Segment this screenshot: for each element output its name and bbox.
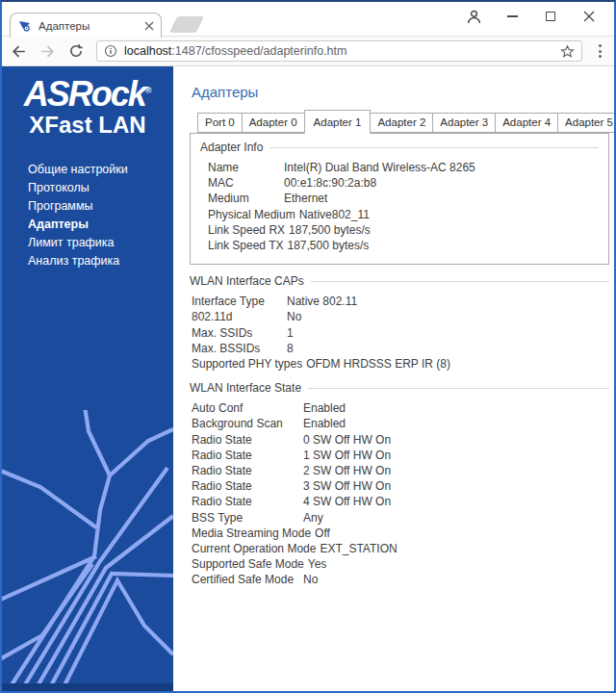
- maximize-button[interactable]: [531, 4, 570, 29]
- tab-close-icon[interactable]: [144, 21, 154, 31]
- wlan-state-legend: WLAN Interface State: [190, 381, 609, 395]
- info-row: Radio State1 SW Off HW On: [192, 448, 609, 463]
- row-value: 1 SW Off HW On: [303, 448, 391, 463]
- refresh-icon[interactable]: [68, 43, 84, 59]
- info-row: Supported PHY typesOFDM HRDSSS ERP IR (8…: [192, 356, 609, 372]
- wlan-caps-rows: Interface TypeNative 802.11802.11dNoMax.…: [192, 294, 609, 372]
- wlan-state-section: WLAN Interface State Auto ConfEnabledBac…: [190, 381, 609, 587]
- row-value: EXT_STATION: [320, 541, 397, 556]
- row-value: Enabled: [303, 416, 346, 431]
- tab-port-0[interactable]: Port 0: [197, 113, 243, 133]
- tab-adapter-1[interactable]: Adapter 1: [304, 110, 372, 134]
- info-row: Max. BSSIDs8: [192, 341, 609, 356]
- adapter-info-rows: NameIntel(R) Dual Band Wireless-AC 8265M…: [208, 160, 599, 253]
- row-value: Off: [315, 526, 330, 541]
- brand-product: XFast LAN: [2, 113, 173, 138]
- row-label: Supported PHY types: [192, 356, 302, 372]
- info-row: 802.11dNo: [192, 309, 609, 324]
- tab-adapter-5[interactable]: Adapter 5: [557, 113, 614, 133]
- row-value: 187,500 bytes/s: [289, 222, 371, 238]
- row-label: Radio State: [192, 448, 299, 463]
- asrock-logo: ASRock® XFast LAN: [2, 76, 173, 138]
- info-row: MAC00:e1:8c:90:2a:b8: [208, 175, 599, 191]
- row-value: Yes: [308, 556, 327, 572]
- page-info-icon[interactable]: [104, 44, 117, 58]
- info-row: BSS TypeAny: [192, 510, 609, 526]
- row-value: No: [287, 309, 301, 324]
- sidebar-item-traffic-limit[interactable]: Лимит трафика: [28, 234, 173, 252]
- row-label: Radio State: [192, 463, 299, 478]
- brand-reg-mark: ®: [145, 86, 152, 95]
- info-row: Radio State2 SW Off HW On: [192, 463, 609, 478]
- row-label: Link Speed RX: [208, 222, 285, 238]
- bookmark-star-icon[interactable]: [560, 44, 575, 59]
- adapter-info-panel: Adapter Info NameIntel(R) Dual Band Wire…: [190, 133, 609, 265]
- sidebar-item-traffic-analysis[interactable]: Анализ трафика: [28, 252, 173, 270]
- tab-adapter-2[interactable]: Adapter 2: [370, 113, 433, 133]
- row-value: 0 SW Off HW On: [303, 432, 391, 448]
- tab-adapter-0[interactable]: Adapter 0: [242, 113, 305, 133]
- sidebar: ASRock® XFast LAN Общие настройкиПротоко…: [2, 66, 173, 691]
- info-row: Link Speed TX187,500 bytes/s: [208, 238, 599, 253]
- forward-icon[interactable]: [39, 43, 56, 60]
- content-area: Адаптеры Port 0Adapter 0Adapter 1Adapter…: [173, 66, 614, 691]
- minimize-button[interactable]: [493, 4, 531, 29]
- browser-toolbar: localhost:1487/cfosspeed/adapterinfo.htm: [2, 37, 614, 66]
- info-row: Radio State0 SW Off HW On: [192, 432, 609, 448]
- back-icon[interactable]: [11, 43, 27, 60]
- sidebar-item-programs[interactable]: Программы: [28, 197, 173, 216]
- info-row: Link Speed RX187,500 bytes/s: [208, 222, 599, 238]
- circuit-deco-graphic: [2, 410, 173, 691]
- sidebar-item-general-settings[interactable]: Общие настройки: [28, 161, 173, 179]
- row-label: Physical Medium: [208, 207, 295, 222]
- row-label: BSS Type: [192, 510, 299, 526]
- tab-title: Адаптеры: [38, 20, 139, 32]
- row-value: No: [303, 572, 318, 587]
- row-label: Current Operation Mode: [192, 541, 316, 556]
- info-row: Media Streaming ModeOff: [192, 526, 609, 541]
- row-label: Media Streaming Mode: [192, 526, 311, 541]
- adapter-tabstrip: Port 0Adapter 0Adapter 1Adapter 2Adapter…: [190, 110, 609, 133]
- url-host: localhost: [124, 44, 171, 58]
- close-button[interactable]: [570, 4, 608, 29]
- profile-icon[interactable]: [454, 4, 493, 29]
- row-value: Any: [303, 510, 323, 526]
- row-label: Name: [208, 160, 280, 175]
- row-label: Certified Safe Mode: [192, 572, 299, 587]
- row-label: Max. SSIDs: [192, 325, 283, 341]
- info-row: Radio State4 SW Off HW On: [192, 494, 609, 509]
- url-text: localhost:1487/cfosspeed/adapterinfo.htm: [124, 44, 553, 58]
- brand-name: ASRock: [24, 74, 145, 114]
- window-controls: [454, 4, 608, 29]
- browser-menu-icon[interactable]: [595, 44, 605, 58]
- info-row: Supported Safe ModeYes: [192, 556, 609, 572]
- row-label: Interface Type: [192, 294, 283, 309]
- address-bar[interactable]: localhost:1487/cfosspeed/adapterinfo.htm: [96, 40, 582, 62]
- url-path: :1487/cfosspeed/adapterinfo.htm: [171, 44, 346, 58]
- page-title: Адаптеры: [192, 84, 609, 100]
- row-value: 00:e1:8c:90:2a:b8: [284, 175, 376, 191]
- info-row: Current Operation ModeEXT_STATION: [192, 541, 609, 556]
- info-row: Interface TypeNative 802.11: [192, 294, 609, 309]
- sidebar-item-adapters[interactable]: Адаптеры: [28, 216, 173, 234]
- row-value: Native 802.11: [287, 294, 357, 309]
- info-row: Background ScanEnabled: [192, 416, 609, 431]
- row-label: Radio State: [192, 494, 299, 509]
- new-tab-button[interactable]: [169, 16, 204, 33]
- row-label: Radio State: [192, 478, 299, 494]
- wlan-caps-section: WLAN Interface CAPs Interface TypeNative…: [190, 274, 609, 372]
- row-label: Max. BSSIDs: [192, 341, 283, 356]
- sidebar-item-protocols[interactable]: Протоколы: [28, 179, 173, 197]
- row-value: 4 SW Off HW On: [303, 494, 391, 509]
- info-row: NameIntel(R) Dual Band Wireless-AC 8265: [208, 160, 599, 175]
- row-label: MAC: [208, 175, 280, 191]
- tab-adapter-4[interactable]: Adapter 4: [495, 113, 558, 133]
- row-label: 802.11d: [192, 309, 283, 324]
- browser-tab[interactable]: Адаптеры: [10, 13, 162, 38]
- row-value: 1: [287, 325, 294, 341]
- info-row: Max. SSIDs1: [192, 325, 609, 341]
- info-row: Auto ConfEnabled: [192, 400, 609, 416]
- row-label: Link Speed TX: [208, 238, 284, 253]
- row-value: 187,500 bytes/s: [288, 238, 370, 253]
- tab-adapter-3[interactable]: Adapter 3: [432, 113, 496, 133]
